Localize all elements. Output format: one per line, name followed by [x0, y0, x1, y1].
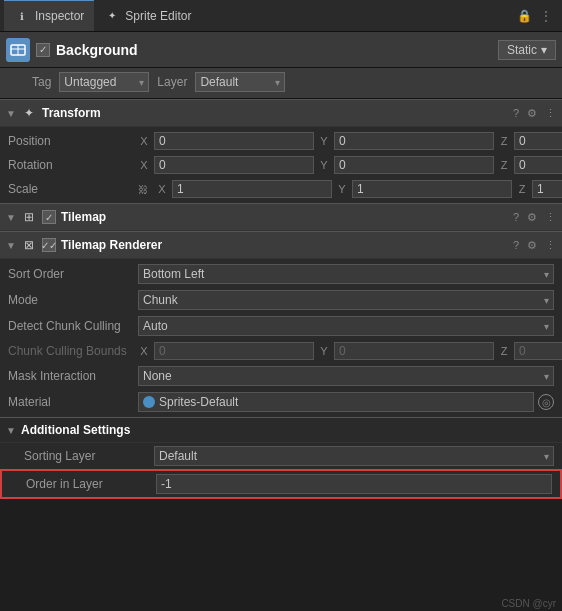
- additional-settings-section-header[interactable]: ▼ Additional Settings: [0, 417, 562, 443]
- mode-dropdown[interactable]: Chunk ▾: [138, 290, 554, 310]
- lock-icon[interactable]: 🔒: [517, 9, 532, 23]
- tab-bar: ℹ Inspector ✦ Sprite Editor 🔒 ⋮: [0, 0, 562, 32]
- tag-value: Untagged: [64, 75, 116, 89]
- rotation-z-input[interactable]: [514, 156, 562, 174]
- mode-arrow: ▾: [544, 295, 549, 306]
- position-y-label: Y: [318, 135, 330, 147]
- tilemap-help-icon[interactable]: ?: [513, 211, 519, 223]
- tilemap-renderer-section-header[interactable]: ▼ ⊠ ✓ Tilemap Renderer ? ⚙ ⋮: [0, 231, 562, 259]
- credit-text: CSDN @cyr: [501, 598, 556, 609]
- tilemap-renderer-settings-icon[interactable]: ⚙: [527, 239, 537, 252]
- order-in-layer-input[interactable]: [156, 474, 552, 494]
- rotation-x-input[interactable]: [154, 156, 314, 174]
- detect-chunk-arrow: ▾: [544, 321, 549, 332]
- transform-help-icon[interactable]: ?: [513, 107, 519, 119]
- object-3d-icon: [6, 38, 30, 62]
- mode-row: Mode Chunk ▾: [0, 287, 562, 313]
- sprite-editor-icon: ✦: [104, 8, 120, 24]
- tag-dropdown-arrow: ▾: [139, 77, 144, 88]
- tilemap-section-header[interactable]: ▼ ⊞ Tilemap ? ⚙ ⋮: [0, 203, 562, 231]
- tag-layer-row: Tag Untagged ▾ Layer Default ▾: [0, 68, 562, 99]
- chunk-culling-y-input[interactable]: [334, 342, 494, 360]
- transform-section-header[interactable]: ▼ ✦ Transform ? ⚙ ⋮: [0, 99, 562, 127]
- tilemap-renderer-icon: ⊠: [21, 237, 37, 253]
- sorting-layer-value: Default: [159, 449, 197, 463]
- additional-settings-title: Additional Settings: [21, 423, 556, 437]
- scale-z-input[interactable]: [532, 180, 562, 198]
- tab-sprite-editor-label: Sprite Editor: [125, 9, 191, 23]
- layer-value: Default: [200, 75, 238, 89]
- tilemap-renderer-active-checkbox[interactable]: ✓: [42, 238, 56, 252]
- mask-interaction-dropdown[interactable]: None ▾: [138, 366, 554, 386]
- sorting-layer-dropdown[interactable]: Default ▾: [154, 446, 554, 466]
- tag-dropdown[interactable]: Untagged ▾: [59, 72, 149, 92]
- position-z-input[interactable]: [514, 132, 562, 150]
- transform-menu-icon[interactable]: ⋮: [545, 107, 556, 120]
- layer-dropdown[interactable]: Default ▾: [195, 72, 285, 92]
- scale-label: Scale: [8, 182, 138, 196]
- tilemap-actions: ? ⚙ ⋮: [513, 211, 556, 224]
- position-label: Position: [8, 134, 138, 148]
- mode-value: Chunk: [143, 293, 178, 307]
- tilemap-renderer-menu-icon[interactable]: ⋮: [545, 239, 556, 252]
- position-x-label: X: [138, 135, 150, 147]
- additional-settings-collapse-icon: ▼: [6, 425, 16, 436]
- scale-x-input[interactable]: [172, 180, 332, 198]
- material-target-icon[interactable]: ◎: [538, 394, 554, 410]
- object-header: Background Static ▾: [0, 32, 562, 68]
- sort-order-label: Sort Order: [8, 267, 138, 281]
- tilemap-active-checkbox[interactable]: [42, 210, 56, 224]
- detect-chunk-value: Auto: [143, 319, 168, 333]
- mask-interaction-arrow: ▾: [544, 371, 549, 382]
- transform-properties: Position X Y Z Rotation X Y Z Scale ⛓ X …: [0, 127, 562, 203]
- rotation-y-input[interactable]: [334, 156, 494, 174]
- rotation-label: Rotation: [8, 158, 138, 172]
- chunk-culling-values: X Y Z: [138, 342, 562, 360]
- tilemap-menu-icon[interactable]: ⋮: [545, 211, 556, 224]
- material-dot-icon: [143, 396, 155, 408]
- tilemap-collapse-icon: ▼: [6, 212, 16, 223]
- scale-link-icon[interactable]: ⛓: [138, 184, 148, 195]
- rotation-z-label: Z: [498, 159, 510, 171]
- transform-icon: ✦: [21, 105, 37, 121]
- scale-row: Scale ⛓ X Y Z: [0, 177, 562, 201]
- sort-order-dropdown[interactable]: Bottom Left ▾: [138, 264, 554, 284]
- rotation-row: Rotation X Y Z: [0, 153, 562, 177]
- tilemap-renderer-help-icon[interactable]: ?: [513, 239, 519, 251]
- scale-y-input[interactable]: [352, 180, 512, 198]
- scale-z-label: Z: [516, 183, 528, 195]
- position-values: X Y Z: [138, 132, 562, 150]
- object-active-checkbox[interactable]: [36, 43, 50, 57]
- tab-sprite-editor[interactable]: ✦ Sprite Editor: [94, 0, 201, 31]
- mask-interaction-row: Mask Interaction None ▾: [0, 363, 562, 389]
- rotation-values: X Y Z: [138, 156, 562, 174]
- position-z-label: Z: [498, 135, 510, 147]
- chunk-culling-z-input[interactable]: [514, 342, 562, 360]
- sort-order-value: Bottom Left: [143, 267, 204, 281]
- transform-settings-icon[interactable]: ⚙: [527, 107, 537, 120]
- tab-bar-actions: 🔒 ⋮: [517, 9, 558, 23]
- layer-dropdown-arrow: ▾: [275, 77, 280, 88]
- order-in-layer-row: Order in Layer: [0, 469, 562, 499]
- sort-order-row: Sort Order Bottom Left ▾: [0, 261, 562, 287]
- tag-label: Tag: [32, 75, 51, 89]
- position-x-input[interactable]: [154, 132, 314, 150]
- static-button[interactable]: Static ▾: [498, 40, 556, 60]
- menu-icon[interactable]: ⋮: [540, 9, 552, 23]
- tab-inspector[interactable]: ℹ Inspector: [4, 0, 94, 31]
- static-label: Static: [507, 43, 537, 57]
- position-y-input[interactable]: [334, 132, 494, 150]
- position-row: Position X Y Z: [0, 129, 562, 153]
- inspector-icon: ℹ: [14, 8, 30, 24]
- sort-order-arrow: ▾: [544, 269, 549, 280]
- detect-chunk-dropdown[interactable]: Auto ▾: [138, 316, 554, 336]
- material-row: Material Sprites-Default ◎: [0, 389, 562, 415]
- tilemap-title: Tilemap: [61, 210, 508, 224]
- chunk-culling-y-label: Y: [318, 345, 330, 357]
- transform-title: Transform: [42, 106, 508, 120]
- chunk-culling-x-input[interactable]: [154, 342, 314, 360]
- mode-label: Mode: [8, 293, 138, 307]
- tilemap-renderer-actions: ? ⚙ ⋮: [513, 239, 556, 252]
- detect-chunk-row: Detect Chunk Culling Auto ▾: [0, 313, 562, 339]
- tilemap-settings-icon[interactable]: ⚙: [527, 211, 537, 224]
